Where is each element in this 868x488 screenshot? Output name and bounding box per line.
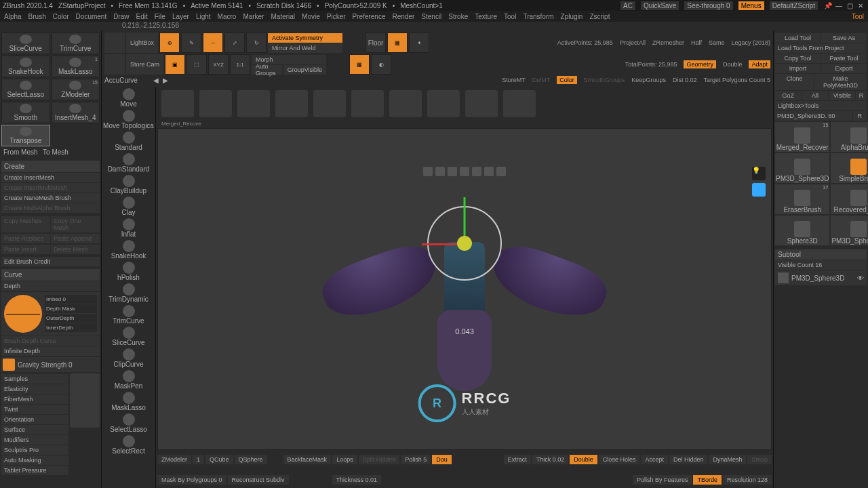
modifiers-section[interactable]: Modifiers <box>1 435 68 445</box>
orientation-section[interactable]: Orientation <box>1 415 68 424</box>
move-topological[interactable]: Move Topologica <box>102 108 155 130</box>
depth-mask[interactable]: Depth Mask <box>45 304 97 313</box>
prev-cam-icon[interactable]: ◀ <box>152 77 160 84</box>
mesh-thumb[interactable] <box>503 90 536 117</box>
make-polymesh-button[interactable]: Make PolyMesh3D <box>814 74 867 90</box>
twist-section[interactable]: Twist <box>1 405 68 414</box>
move-tool[interactable]: Move <box>102 87 155 108</box>
bl-damstandard[interactable]: DamStandard <box>102 152 155 174</box>
menu-zscript[interactable]: Zscript <box>589 13 610 20</box>
menu-movie[interactable]: Movie <box>302 13 320 20</box>
color-button[interactable]: Color <box>557 76 577 84</box>
menu-render[interactable]: Render <box>393 13 415 20</box>
mask-polygroups[interactable]: Mask By Polygroups 0 <box>157 475 226 485</box>
mesh-thumb[interactable] <box>275 90 308 117</box>
bl-claybuildup[interactable]: ClayBuildup <box>102 174 155 195</box>
target-polygons[interactable]: Target Polygons Count 5 <box>703 77 770 83</box>
bl-selectrect[interactable]: SelectRect <box>102 434 155 455</box>
depth-row[interactable]: Depth <box>1 281 100 291</box>
loops-button[interactable]: Loops <box>332 455 357 464</box>
dist-slider[interactable]: Dist 0.02 <box>673 77 697 83</box>
brush-slicecurve[interactable]: SliceCurve <box>1 33 50 54</box>
keepgroups-button[interactable]: KeepGroups <box>631 77 666 83</box>
solo-button[interactable]: ◐ <box>371 54 391 75</box>
brush-zmodeler[interactable]: ZModeler15 <box>52 79 100 100</box>
polyframe-icon[interactable] <box>752 183 766 197</box>
zmodeler-tool[interactable]: ZModeler <box>157 455 191 464</box>
clone-button[interactable]: Clone <box>775 74 814 90</box>
tool-thumb[interactable]: Sphere3D <box>775 216 829 245</box>
depth-curve-icon[interactable] <box>4 295 42 333</box>
bl-slicecurve[interactable]: SliceCurve <box>102 325 155 347</box>
bl-masklasso[interactable]: MaskLasso <box>102 390 155 412</box>
create-insertmesh[interactable]: Create InsertMesh <box>1 173 100 182</box>
bl-snakehook[interactable]: SnakeHook <box>102 239 155 260</box>
double-button[interactable]: Double <box>723 61 743 68</box>
storecam-button[interactable]: Store Cam <box>126 54 163 75</box>
storemt-button[interactable]: StoreMT <box>502 77 526 83</box>
resolution-slider[interactable]: Resolution 128 <box>723 475 772 485</box>
ac-button[interactable]: AC <box>620 1 635 10</box>
projectall-button[interactable]: ProjectAll <box>620 39 646 46</box>
autogroups-button[interactable]: Auto Groups <box>252 65 282 75</box>
goz-button[interactable]: GoZ <box>775 91 802 100</box>
copy-tool-button[interactable]: Copy Tool <box>775 54 821 63</box>
polish-features[interactable]: Polish By Features <box>633 475 692 485</box>
lightbox-button[interactable]: LightBox <box>126 33 158 53</box>
menu-edit[interactable]: Edit <box>136 13 148 20</box>
scale-button[interactable]: ⤢ <box>224 33 245 53</box>
half-button[interactable]: Half <box>691 39 702 46</box>
mesh-thumb[interactable] <box>465 90 498 117</box>
thickness-slider[interactable]: Thickness 0.01 <box>332 475 382 485</box>
menu-file[interactable]: File <box>155 13 165 20</box>
tool-thumb[interactable]: Merged_Recover15 <box>775 122 829 152</box>
tool-thumb[interactable]: EraserBrush37 <box>775 184 829 214</box>
persp-button[interactable]: ▦ <box>387 33 408 53</box>
mesh-thumb[interactable] <box>199 90 232 117</box>
gizmo-button[interactable]: ⊕ <box>159 33 180 53</box>
mesh-thumb[interactable] <box>237 90 270 117</box>
surface-section[interactable]: Surface <box>1 425 68 434</box>
legacy-button[interactable]: Legacy (2018) <box>731 39 770 46</box>
spotlight-icon[interactable]: 💡 <box>752 167 766 180</box>
mirror-weld[interactable]: Mirror And Weld <box>268 43 342 53</box>
lightbox-tools[interactable]: Lightbox>Tools <box>775 101 867 110</box>
rotate-button[interactable]: ↻ <box>246 33 267 53</box>
mesh-thumb[interactable] <box>313 90 346 117</box>
menu-material[interactable]: Material <box>271 13 296 20</box>
bl-hpolish[interactable]: hPolish <box>102 260 155 282</box>
create-section[interactable]: Create <box>1 161 100 172</box>
seethrough-slider[interactable]: See-through 0 <box>684 1 732 10</box>
menu-alpha[interactable]: Alpha <box>4 13 22 20</box>
goz-visible-button[interactable]: Visible <box>829 91 855 100</box>
menu-texture[interactable]: Texture <box>475 13 497 20</box>
menu-draw[interactable]: Draw <box>113 13 129 20</box>
bl-standard[interactable]: Standard <box>102 130 155 152</box>
dynamesh-button[interactable]: DynaMesh <box>709 455 746 464</box>
goz-r-button[interactable]: R <box>856 91 867 100</box>
active-tool-name[interactable]: PM3D_Sphere3D. 60 <box>775 111 852 121</box>
mesh-thumb[interactable] <box>389 90 422 117</box>
menu-color[interactable]: Color <box>53 13 69 20</box>
automask-section[interactable]: Auto Masking <box>1 455 68 465</box>
bl-trimcurve[interactable]: TrimCurve <box>102 304 155 325</box>
subtool-section[interactable]: Subtool <box>775 249 867 260</box>
persp2-button[interactable]: ▦ <box>349 54 370 75</box>
bl-clipcurve[interactable]: ClipCurve <box>102 347 155 369</box>
bl-inflat[interactable]: Inflat <box>102 217 155 239</box>
next-cam-icon[interactable]: ▶ <box>161 77 170 84</box>
brush-selectlasso[interactable]: SelectLasso <box>1 79 50 100</box>
bpr-icon[interactable] <box>104 54 125 75</box>
visible-count[interactable]: Visible Count 16 <box>775 260 867 270</box>
tool-thumb[interactable]: PM3D_Sphere3D <box>775 153 829 183</box>
xyz-button[interactable]: XYZ <box>208 54 229 75</box>
tool-thumb[interactable]: AlphaBrush <box>831 122 868 152</box>
actual-button[interactable]: 1:1 <box>230 54 250 75</box>
edit-brush-credit[interactable]: Edit Brush Credit <box>1 257 100 266</box>
brush-trimcurve[interactable]: TrimCurve <box>52 33 100 54</box>
delhidden-button[interactable]: Del Hidden <box>669 455 708 464</box>
close-icon[interactable]: ✕ <box>856 2 865 9</box>
load-from-project[interactable]: Load Tools From Project <box>775 43 867 53</box>
save-as-button[interactable]: Save As <box>821 33 867 43</box>
activate-symmetry[interactable]: Activate Symmetry <box>268 33 342 43</box>
